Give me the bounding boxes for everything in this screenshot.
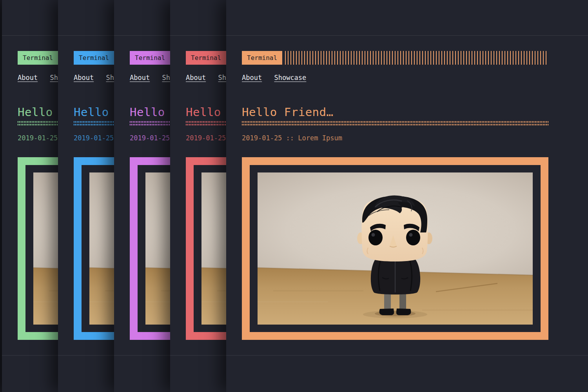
nav-link-showcase[interactable]: Showcase bbox=[274, 74, 306, 82]
post-title: Hello Friend… bbox=[242, 106, 588, 118]
panel-footer-strip bbox=[226, 356, 588, 392]
post-cover-frame bbox=[242, 157, 548, 340]
site-logo-badge[interactable]: Terminal bbox=[74, 51, 114, 65]
site-logo-badge[interactable]: Terminal bbox=[130, 51, 170, 65]
nav-link-about[interactable]: About bbox=[186, 74, 206, 82]
dotted-separator bbox=[242, 121, 548, 125]
panel-header-strip bbox=[226, 0, 588, 36]
theme-panel-orange: Terminal About Showcase Hello Friend… 20… bbox=[226, 0, 588, 392]
post-meta: 2019-01-25 :: Lorem Ipsum bbox=[242, 134, 588, 142]
site-header: Terminal bbox=[242, 51, 548, 65]
header-bars-decoration bbox=[285, 51, 548, 65]
site-logo-badge[interactable]: Terminal bbox=[242, 51, 282, 65]
site-logo-badge[interactable]: Terminal bbox=[186, 51, 226, 65]
site-logo-badge[interactable]: Terminal bbox=[18, 51, 58, 65]
nav-link-about[interactable]: About bbox=[242, 74, 262, 82]
panel-main: Terminal About Showcase Hello Friend… 20… bbox=[226, 36, 588, 356]
funko-figure-photo bbox=[258, 172, 533, 325]
nav-link-about[interactable]: About bbox=[18, 74, 38, 82]
nav-link-about[interactable]: About bbox=[130, 74, 150, 82]
nav-link-about[interactable]: About bbox=[74, 74, 94, 82]
site-nav: About Showcase bbox=[242, 73, 588, 82]
